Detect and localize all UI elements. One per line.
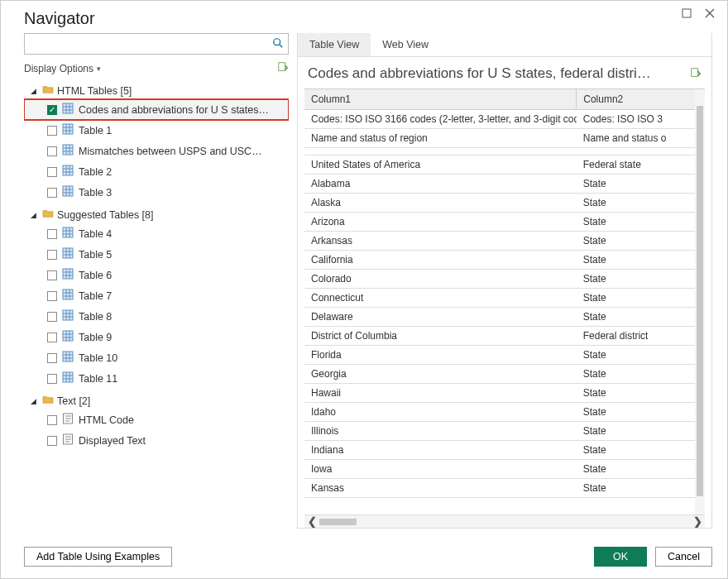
column-header[interactable]: Column2: [577, 89, 705, 110]
svg-point-3: [274, 38, 280, 45]
table-row[interactable]: United States of AmericaFederal state: [304, 156, 705, 175]
table-row[interactable]: CaliforniaState: [304, 251, 705, 270]
tree-item-label: Table 3: [79, 187, 112, 199]
table-cell: Hawaii: [304, 384, 577, 403]
table-cell: State: [577, 403, 705, 422]
tree-item[interactable]: Table 3: [24, 182, 289, 203]
table-cell: Indiana: [304, 441, 577, 460]
tree-item[interactable]: Table 9: [24, 327, 289, 347]
tree-item[interactable]: Table 4: [24, 223, 289, 244]
table-cell: [577, 148, 705, 156]
table-cell: Alaska: [304, 194, 577, 213]
display-options-dropdown[interactable]: Display Options ▾: [24, 63, 101, 74]
horizontal-scroll-thumb[interactable]: [319, 519, 357, 525]
tree-item-label: Table 5: [79, 249, 112, 261]
scroll-left-arrow-icon[interactable]: ❮: [304, 515, 319, 528]
table-cell: District of Columbia: [304, 327, 577, 346]
checkbox[interactable]: ✓: [47, 105, 57, 115]
cancel-button[interactable]: Cancel: [655, 547, 712, 567]
column-header[interactable]: Column1: [304, 89, 577, 110]
preview-refresh-icon[interactable]: [690, 67, 702, 81]
navigator-tree[interactable]: ◢HTML Tables [5]✓Codes and abbreviations…: [24, 79, 289, 529]
maximize-icon[interactable]: [681, 7, 692, 19]
tree-item[interactable]: Mismatches between USPS and USCG cod...: [24, 141, 289, 161]
table-cell: Alabama: [304, 175, 577, 194]
tree-group-header[interactable]: ◢Text [2]: [24, 392, 289, 409]
checkbox[interactable]: [47, 229, 57, 239]
horizontal-scrollbar[interactable]: ❮ ❯: [304, 514, 705, 528]
refresh-icon[interactable]: [277, 61, 289, 75]
tree-item[interactable]: Table 2: [24, 161, 289, 182]
table-row[interactable]: ColoradoState: [304, 270, 705, 289]
tree-item[interactable]: HTML Code: [24, 409, 289, 430]
table-row[interactable]: IllinoisState: [304, 422, 705, 441]
checkbox[interactable]: [47, 188, 57, 198]
table-row[interactable]: DelawareState: [304, 308, 705, 327]
tab-web-view[interactable]: Web View: [371, 33, 440, 56]
checkbox[interactable]: [47, 270, 57, 280]
tree-group-header[interactable]: ◢HTML Tables [5]: [24, 82, 289, 99]
table-row[interactable]: FloridaState: [304, 346, 705, 365]
table-row[interactable]: IowaState: [304, 460, 705, 479]
table-row[interactable]: AlabamaState: [304, 175, 705, 194]
vertical-scroll-thumb[interactable]: [697, 106, 703, 496]
checkbox[interactable]: [47, 374, 57, 384]
vertical-scrollbar[interactable]: [695, 89, 705, 514]
tree-item[interactable]: Table 1: [24, 120, 289, 141]
table-cell: Arkansas: [304, 232, 577, 251]
table-icon: [62, 247, 74, 261]
tree-item[interactable]: Table 7: [24, 285, 289, 306]
table-row[interactable]: GeorgiaState: [304, 365, 705, 384]
table-row[interactable]: IdahoState: [304, 403, 705, 422]
search-icon[interactable]: [268, 37, 288, 51]
ok-button[interactable]: OK: [594, 547, 647, 567]
group-label: Text [2]: [57, 395, 90, 407]
checkbox[interactable]: [47, 312, 57, 322]
checkbox[interactable]: [47, 250, 57, 260]
search-box[interactable]: [24, 33, 289, 55]
table-row[interactable]: ArkansasState: [304, 232, 705, 251]
table-row[interactable]: IndianaState: [304, 441, 705, 460]
preview-tabs: Table View Web View: [298, 33, 711, 57]
collapse-triangle-icon: ◢: [31, 397, 39, 405]
table-row[interactable]: Codes: ISO ISO 3166 codes (2-letter, 3-l…: [304, 110, 705, 129]
table-row[interactable]: [304, 148, 705, 156]
tree-item-label: HTML Code: [79, 414, 134, 426]
checkbox[interactable]: [47, 167, 57, 177]
text-icon: [62, 413, 74, 427]
checkbox[interactable]: [47, 126, 57, 136]
tree-item-label: Mismatches between USPS and USCG cod...: [79, 146, 269, 157]
checkbox[interactable]: [47, 291, 57, 301]
tree-item[interactable]: Table 6: [24, 265, 289, 285]
svg-rect-31: [63, 227, 73, 237]
table-row[interactable]: HawaiiState: [304, 384, 705, 403]
close-icon[interactable]: [704, 7, 716, 19]
tab-table-view[interactable]: Table View: [298, 33, 371, 56]
checkbox[interactable]: [47, 333, 57, 342]
checkbox[interactable]: [47, 415, 57, 425]
tree-item[interactable]: Displayed Text: [24, 430, 289, 451]
add-table-examples-button[interactable]: Add Table Using Examples: [24, 547, 172, 567]
scroll-right-arrow-icon[interactable]: ❯: [690, 515, 705, 528]
table-row[interactable]: KansasState: [304, 479, 705, 498]
tree-item[interactable]: ✓Codes and abbreviations for U S states,…: [24, 99, 289, 120]
preview-grid[interactable]: Column1Column2Codes: ISO ISO 3166 codes …: [304, 89, 705, 514]
table-cell: Codes: ISO ISO 3: [577, 110, 705, 129]
tree-item[interactable]: Table 5: [24, 244, 289, 265]
table-row[interactable]: Name and status of regionName and status…: [304, 129, 705, 148]
tree-item[interactable]: Table 11: [24, 368, 289, 389]
table-row[interactable]: ConnecticutState: [304, 289, 705, 308]
checkbox[interactable]: [47, 436, 57, 446]
window-controls: [681, 7, 716, 19]
search-input[interactable]: [25, 38, 268, 50]
checkbox[interactable]: [47, 146, 57, 156]
tree-group-header[interactable]: ◢Suggested Tables [8]: [24, 206, 289, 223]
checkbox[interactable]: [47, 353, 57, 363]
table-row[interactable]: ArizonaState: [304, 213, 705, 232]
table-cell: Georgia: [304, 365, 577, 384]
table-row[interactable]: District of ColumbiaFederal district: [304, 327, 705, 346]
tree-item[interactable]: Table 8: [24, 306, 289, 327]
table-row[interactable]: AlaskaState: [304, 194, 705, 213]
table-cell: Delaware: [304, 308, 577, 327]
tree-item[interactable]: Table 10: [24, 347, 289, 368]
